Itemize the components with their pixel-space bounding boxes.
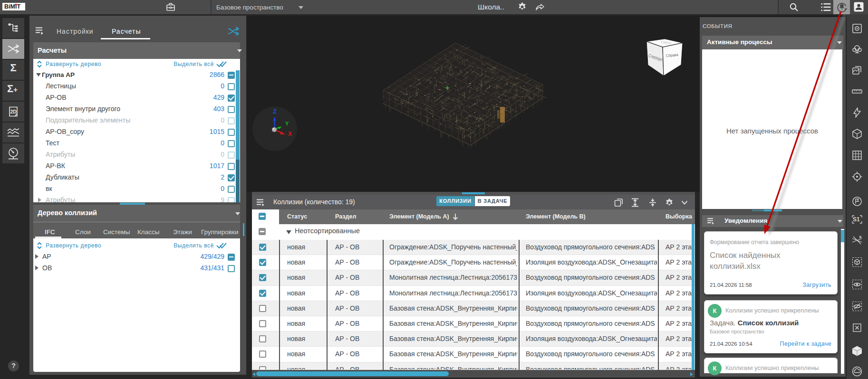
svg-text:S1: S1 xyxy=(853,216,860,223)
svg-text:Y: Y xyxy=(285,121,289,126)
svg-text:Z: Z xyxy=(273,108,277,115)
svg-text:X: X xyxy=(288,131,292,137)
svg-text:2D: 2D xyxy=(10,109,17,114)
